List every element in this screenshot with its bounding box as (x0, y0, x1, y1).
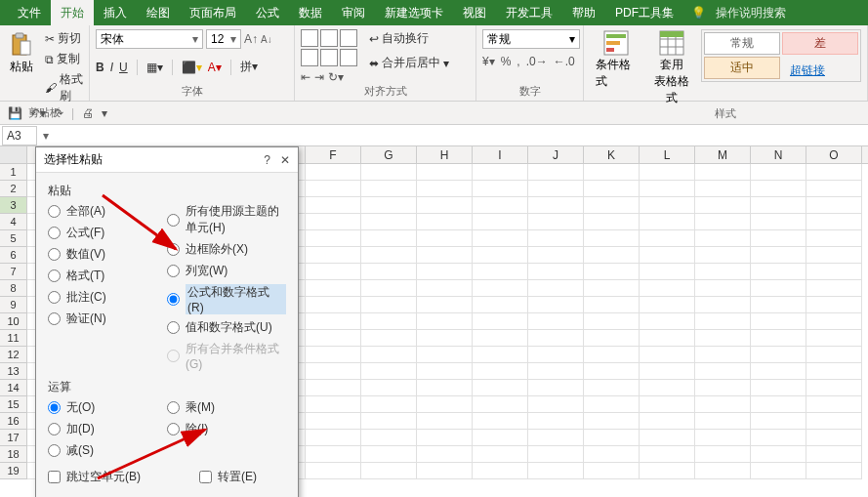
cell[interactable] (695, 463, 751, 479)
cell[interactable] (361, 164, 417, 181)
cell[interactable] (584, 347, 640, 363)
cell[interactable] (417, 413, 473, 430)
row-header[interactable]: 10 (0, 313, 27, 330)
cell[interactable] (361, 264, 417, 280)
cell[interactable] (695, 413, 751, 430)
cell[interactable] (806, 430, 862, 446)
cell[interactable] (473, 463, 528, 479)
help-icon[interactable]: ? (264, 153, 270, 167)
cell[interactable] (640, 347, 695, 363)
cell[interactable] (306, 297, 361, 313)
undo-icon[interactable]: ↶▾ (30, 106, 46, 120)
cell[interactable] (473, 363, 528, 380)
cell[interactable] (361, 214, 417, 230)
cell[interactable] (640, 164, 695, 181)
col-header[interactable]: O (806, 146, 862, 163)
radio-border[interactable]: 边框除外(X) (167, 241, 286, 258)
cell[interactable] (528, 214, 584, 230)
cell[interactable] (473, 280, 528, 297)
cell[interactable] (806, 230, 862, 247)
dialog-titlebar[interactable]: 选择性粘贴 ? ✕ (36, 147, 298, 173)
cell[interactable] (417, 347, 473, 363)
cell[interactable] (806, 396, 862, 413)
cell[interactable] (640, 413, 695, 430)
tab-data[interactable]: 数据 (289, 0, 332, 25)
cell[interactable] (361, 181, 417, 197)
print-preview-icon[interactable]: 🖨 (82, 106, 94, 120)
cell[interactable] (806, 380, 862, 396)
cell[interactable] (751, 446, 806, 463)
cell[interactable] (640, 297, 695, 313)
cell[interactable] (361, 330, 417, 347)
cell[interactable] (417, 446, 473, 463)
cell[interactable] (528, 396, 584, 413)
style-hyperlink[interactable]: 超链接 (790, 62, 825, 79)
cell[interactable] (640, 264, 695, 280)
cell[interactable] (306, 347, 361, 363)
cell[interactable] (361, 446, 417, 463)
cell[interactable] (806, 264, 862, 280)
cell[interactable] (584, 280, 640, 297)
cell[interactable] (473, 313, 528, 330)
cell[interactable] (361, 413, 417, 430)
cell[interactable] (751, 380, 806, 396)
cell[interactable] (640, 396, 695, 413)
cell[interactable] (417, 280, 473, 297)
cell[interactable] (584, 363, 640, 380)
cell[interactable] (806, 247, 862, 264)
cell[interactable] (584, 430, 640, 446)
cell[interactable] (584, 313, 640, 330)
radio-values[interactable]: 数值(V) (48, 246, 167, 263)
font-name-combo[interactable]: 宋体▾ (96, 29, 203, 49)
redo-icon[interactable]: ↷ (54, 106, 63, 120)
cell[interactable] (361, 247, 417, 264)
cell[interactable] (417, 330, 473, 347)
cell[interactable] (584, 446, 640, 463)
row-header[interactable]: 12 (0, 347, 27, 363)
cell[interactable] (584, 413, 640, 430)
row-header[interactable]: 18 (0, 446, 27, 463)
checkbox-skip-blanks[interactable]: 跳过空单元(B) (48, 469, 141, 485)
col-header[interactable]: G (361, 146, 417, 163)
cell[interactable] (751, 463, 806, 479)
qat-dropdown-icon[interactable]: ▾ (102, 106, 107, 120)
tell-me[interactable]: 操作说明搜索 (706, 0, 796, 25)
cell[interactable] (640, 214, 695, 230)
cell[interactable] (751, 247, 806, 264)
radio-formats[interactable]: 格式(T) (48, 268, 167, 284)
cell[interactable] (306, 413, 361, 430)
cell[interactable] (806, 463, 862, 479)
cell[interactable] (417, 463, 473, 479)
cell[interactable] (584, 396, 640, 413)
cell[interactable] (751, 230, 806, 247)
cell[interactable] (640, 247, 695, 264)
cell[interactable] (751, 181, 806, 197)
cell[interactable] (528, 463, 584, 479)
decrease-font-icon[interactable]: A↓ (261, 34, 272, 45)
cell[interactable] (640, 230, 695, 247)
cell[interactable] (528, 247, 584, 264)
tab-pdf[interactable]: PDF工具集 (605, 0, 683, 25)
cell[interactable] (473, 214, 528, 230)
radio-op-none[interactable]: 无(O) (48, 399, 167, 416)
cell[interactable] (417, 363, 473, 380)
cell[interactable] (806, 164, 862, 181)
fill-color-button[interactable]: ⬛▾ (182, 61, 202, 74)
cell[interactable] (528, 164, 584, 181)
cell[interactable] (361, 280, 417, 297)
cell[interactable] (584, 463, 640, 479)
cell[interactable] (528, 413, 584, 430)
cell[interactable] (695, 280, 751, 297)
radio-op-sub[interactable]: 减(S) (48, 442, 167, 459)
cell[interactable] (473, 197, 528, 214)
bold-button[interactable]: B (96, 61, 104, 74)
cell[interactable] (695, 380, 751, 396)
cell[interactable] (528, 264, 584, 280)
row-header[interactable]: 13 (0, 363, 27, 380)
cell[interactable] (361, 363, 417, 380)
paste-button[interactable]: 粘贴 (6, 29, 37, 77)
cell[interactable] (306, 313, 361, 330)
merge-center-button[interactable]: ⬌合并后居中 ▾ (369, 54, 449, 72)
col-header[interactable]: J (528, 146, 584, 163)
cell[interactable] (751, 413, 806, 430)
